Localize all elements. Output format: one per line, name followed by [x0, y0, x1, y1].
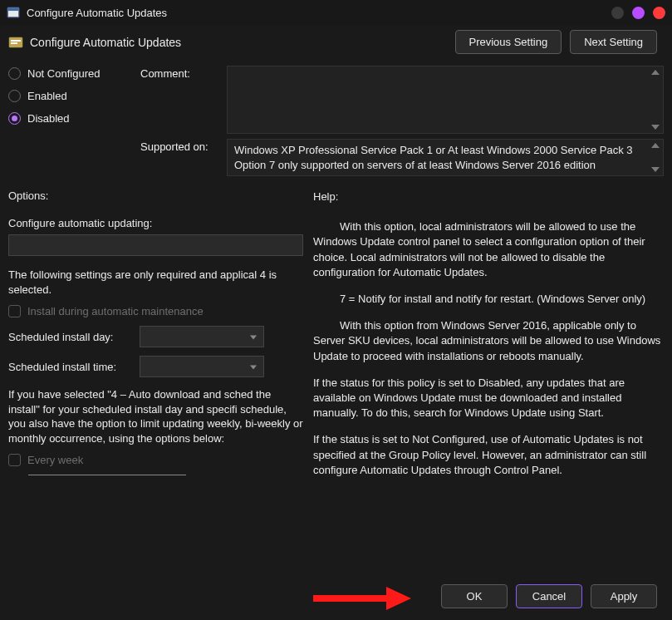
dialog-buttons: OK Cancel Apply [441, 584, 657, 608]
minimize-button[interactable] [611, 7, 624, 19]
close-button[interactable] [653, 7, 665, 19]
radio-enabled[interactable]: Enabled [8, 90, 137, 102]
radio-label: Not Configured [27, 67, 100, 80]
checkbox-icon [8, 454, 21, 466]
page-title: Configure Automatic Updates [30, 36, 455, 49]
options-header: Options: [8, 189, 303, 202]
radio-label: Enabled [27, 90, 67, 102]
policy-icon [8, 35, 23, 50]
radio-icon [8, 112, 21, 125]
window-icon [7, 6, 20, 19]
help-paragraph: 7 = Notify for install and notify for re… [313, 292, 664, 307]
help-header: Help: [313, 189, 664, 204]
apply-button[interactable]: Apply [591, 584, 657, 608]
scheduled-time-label: Scheduled install time: [8, 361, 131, 373]
options-panel: Options: Configure automatic updating: T… [8, 189, 303, 490]
ok-button[interactable]: OK [441, 584, 508, 608]
cancel-button[interactable]: Cancel [516, 584, 582, 608]
setting-state-radios: Not Configured Enabled Disabled [8, 66, 137, 134]
annotation-arrow-icon [311, 585, 411, 612]
radio-icon [8, 67, 21, 80]
every-week-checkbox[interactable]: Every week [8, 454, 303, 466]
titlebar: Configure Automatic Updates [0, 0, 672, 25]
scroll-up-icon[interactable] [651, 70, 660, 75]
scheduled-day-label: Scheduled install day: [8, 331, 131, 343]
configure-updating-label: Configure automatic updating: [8, 217, 303, 229]
help-paragraph: If the status is set to Not Configured, … [313, 432, 664, 478]
radio-not-configured[interactable]: Not Configured [8, 67, 137, 80]
window-title: Configure Automatic Updates [27, 7, 611, 19]
radio-icon [8, 90, 21, 102]
scroll-up-icon[interactable] [651, 143, 660, 148]
scroll-track[interactable] [28, 475, 186, 475]
scroll-down-icon[interactable] [651, 125, 660, 130]
scroll-down-icon[interactable] [651, 167, 660, 172]
svg-rect-4 [11, 42, 17, 44]
scheduled-time-select[interactable] [140, 356, 264, 377]
supported-on-value: Windows XP Professional Service Pack 1 o… [234, 144, 633, 171]
configure-updating-select[interactable] [8, 234, 303, 256]
svg-marker-6 [386, 587, 411, 610]
comment-label: Comment: [140, 66, 223, 134]
previous-setting-button[interactable]: Previous Setting [455, 30, 562, 54]
help-paragraph: With this option, local administrators w… [313, 219, 664, 280]
help-panel: Help: With this option, local administra… [313, 189, 664, 490]
comment-textarea[interactable] [227, 66, 664, 134]
maximize-button[interactable] [632, 7, 645, 19]
supported-on-text: Windows XP Professional Service Pack 1 o… [227, 139, 664, 176]
header-row: Configure Automatic Updates Previous Set… [0, 25, 672, 62]
help-paragraph: With this option from Windows Server 201… [313, 318, 664, 364]
help-paragraph: If the status for this policy is set to … [313, 376, 664, 421]
svg-rect-3 [11, 40, 21, 42]
install-maintenance-label: Install during automatic maintenance [27, 305, 204, 317]
checkbox-icon [8, 305, 21, 317]
every-week-label: Every week [27, 454, 83, 466]
schedule-note: If you have selected "4 – Auto download … [8, 387, 303, 445]
radio-label: Disabled [27, 112, 70, 125]
scheduled-day-select[interactable] [140, 326, 264, 347]
next-setting-button[interactable]: Next Setting [570, 30, 657, 54]
options-required-note: The following settings are only required… [8, 268, 303, 297]
install-maintenance-checkbox[interactable]: Install during automatic maintenance [8, 305, 303, 317]
radio-disabled[interactable]: Disabled [8, 112, 137, 125]
supported-label: Supported on: [140, 139, 223, 153]
svg-rect-1 [8, 11, 18, 17]
